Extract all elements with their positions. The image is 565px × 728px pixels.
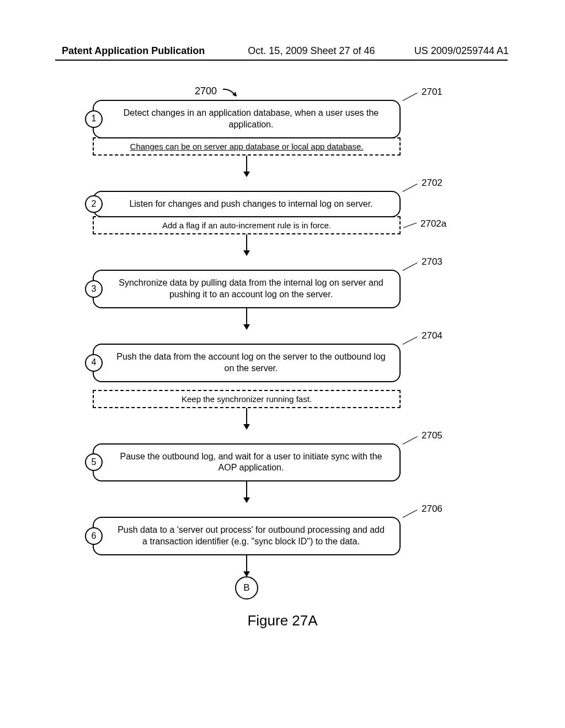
reference-number: 2705 — [422, 430, 443, 441]
figure-reference-arrow-icon — [222, 87, 241, 99]
header-divider — [55, 60, 508, 61]
flowchart-diagram: 2700 27011Detect changes in an applicati… — [93, 85, 479, 599]
header-date-sheet: Oct. 15, 2009 Sheet 27 of 46 — [248, 45, 375, 57]
header-docnum: US 2009/0259744 A1 — [414, 45, 509, 57]
flow-arrow-icon — [246, 308, 247, 329]
reference-lead — [403, 223, 417, 228]
figure-caption: Figure 27A — [0, 612, 565, 629]
reference-number: 2702 — [422, 178, 443, 189]
flow-arrow-icon — [246, 555, 247, 576]
flow-arrow-icon — [246, 481, 247, 502]
figure-reference-number: 2700 — [195, 85, 217, 97]
step-sub-text: Add a flag if an auto-increment rule is … — [162, 221, 331, 230]
step-sub-note: Add a flag if an auto-increment rule is … — [93, 216, 401, 234]
connector-label: B — [243, 582, 249, 593]
reference-number: 2701 — [422, 87, 443, 98]
header-publication: Patent Application Publication — [62, 45, 205, 57]
flowchart-step: 5Pause the outbound log, and wait for a … — [93, 443, 401, 482]
step-text: Detect changes in an application databas… — [116, 108, 386, 131]
reference-lead — [403, 510, 418, 518]
reference-number: 2706 — [422, 504, 443, 515]
reference-lead — [403, 436, 418, 445]
step-text: Pause the outbound log, and wait for a u… — [116, 451, 386, 474]
flow-arrow-icon — [246, 234, 247, 255]
flowchart-step: 3Synchronize data by pulling data from t… — [93, 270, 401, 308]
flowchart-step: 6Push data to a 'server out process' for… — [93, 517, 401, 555]
reference-number: 2704 — [422, 330, 443, 341]
reference-lead — [403, 263, 418, 271]
step-number-badge: 2 — [85, 195, 103, 213]
flowchart-step: 1Detect changes in an application databa… — [93, 100, 401, 138]
step-number-badge: 5 — [85, 453, 103, 471]
step-number-badge: 1 — [85, 110, 103, 128]
reference-lead — [403, 336, 418, 345]
step-number-badge: 6 — [85, 527, 103, 545]
step-text: Synchronize data by pulling data from th… — [116, 277, 386, 301]
flowchart-step: 4Push the data from the account log on t… — [93, 344, 401, 382]
flow-arrow-icon — [246, 156, 247, 176]
off-page-connector: B — [235, 576, 258, 599]
step-text: Listen for changes and push changes to i… — [116, 199, 386, 210]
step-number-badge: 3 — [85, 280, 103, 298]
page-header: Patent Application Publication Oct. 15, … — [0, 45, 565, 57]
step-text: Push the data from the account log on th… — [116, 351, 386, 374]
reference-lead — [403, 93, 418, 101]
flow-arrow-icon — [246, 408, 247, 429]
step-number-badge: 4 — [85, 354, 103, 372]
step-sub-text: Changes can be on server app database or… — [130, 142, 364, 151]
step-sub-text: Keep the synchronizer running fast. — [182, 394, 312, 404]
flowchart-step: 2Listen for changes and push changes to … — [93, 191, 401, 218]
reference-number: 2703 — [422, 256, 443, 267]
step-text: Push data to a 'server out process' for … — [116, 524, 386, 548]
reference-number: 2702a — [420, 218, 446, 229]
reference-lead — [403, 184, 418, 192]
step-sub-note: Changes can be on server app database or… — [93, 137, 401, 156]
step-sub-note: Keep the synchronizer running fast. — [93, 390, 401, 408]
